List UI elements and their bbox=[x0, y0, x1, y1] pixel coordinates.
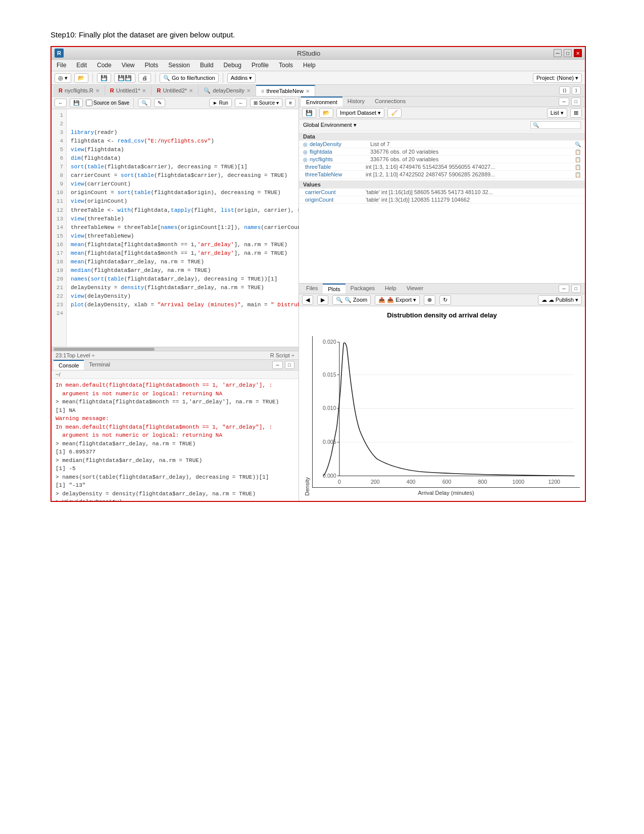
close-tab-threetablenew[interactable]: ✕ bbox=[306, 88, 310, 94]
close-tab-nycflights[interactable]: ✕ bbox=[95, 88, 100, 94]
menu-edit[interactable]: Edit bbox=[74, 61, 89, 70]
console-collapse-btn[interactable]: ─ bbox=[272, 361, 282, 369]
env-row-flightdata[interactable]: ◎ flightdata 336776 obs. of 20 variables… bbox=[299, 148, 585, 156]
format-btn[interactable]: ≡ bbox=[285, 99, 295, 107]
tab-terminal[interactable]: Terminal bbox=[84, 360, 115, 370]
env-row-nycflights[interactable]: ◎ nycflights 336776 obs. of 20 variables… bbox=[299, 156, 585, 163]
horizontal-scrollbar[interactable] bbox=[52, 347, 299, 351]
env-row-origincount[interactable]: originCount 'table' int [1:3(1d)] 120835… bbox=[299, 196, 585, 204]
tab-threetablenew[interactable]: ≡ threeTableNew ✕ bbox=[256, 85, 315, 96]
file-type: R Script ÷ bbox=[270, 352, 294, 358]
load-workspace-btn[interactable]: 📂 bbox=[319, 108, 333, 118]
next-plot-btn[interactable]: ▶ bbox=[317, 295, 328, 305]
console-output[interactable]: In mean.default(flightdata[flightdata$mo… bbox=[52, 379, 299, 501]
save-workspace-btn[interactable]: 💾 bbox=[302, 108, 316, 118]
menu-bar: File Edit Code View Plots Session Build … bbox=[52, 60, 585, 71]
menu-plots[interactable]: Plots bbox=[143, 61, 161, 70]
grid-view-btn[interactable]: ⊞ bbox=[570, 108, 582, 118]
menu-session[interactable]: Session bbox=[166, 61, 192, 70]
open-file-button[interactable]: 📂 bbox=[74, 73, 88, 83]
menu-code[interactable]: Code bbox=[95, 61, 114, 70]
tab-help[interactable]: Help bbox=[380, 284, 402, 294]
menu-profile[interactable]: Profile bbox=[250, 61, 271, 70]
console-line: argument is not numeric or logical: retu… bbox=[56, 390, 294, 398]
menu-tools[interactable]: Tools bbox=[277, 61, 295, 70]
import-dataset-btn[interactable]: Import Dataset ▾ bbox=[336, 108, 384, 118]
prev-plot-btn[interactable]: ◀ bbox=[302, 295, 313, 305]
close-button[interactable]: ✕ bbox=[574, 49, 582, 57]
env-expand-btn[interactable]: □ bbox=[571, 98, 581, 106]
goto-function-input[interactable]: 🔍 Go to file/function bbox=[160, 73, 219, 83]
refresh-btn[interactable]: ↻ bbox=[439, 295, 451, 305]
tab-connections[interactable]: Connections bbox=[370, 97, 411, 107]
svg-text:0: 0 bbox=[338, 479, 341, 485]
env-collapse-btn[interactable]: ─ bbox=[559, 98, 569, 106]
main-layout: ← 💾 Source on Save 🔍 ✎ ► Run ← ⊞ Source … bbox=[52, 97, 585, 501]
env-row-threetablenew[interactable]: threeTableNew int [1:2, 1:10] 47422502 2… bbox=[299, 171, 585, 178]
tab-viewer[interactable]: Viewer bbox=[402, 284, 428, 294]
clear-plots-btn[interactable]: ⊗ bbox=[424, 295, 435, 305]
tab-environment[interactable]: Environment bbox=[301, 97, 342, 107]
menu-build[interactable]: Build bbox=[198, 61, 216, 70]
global-env-selector[interactable]: Global Environment ▾ bbox=[299, 119, 585, 131]
plot-tabs-row: Files Plots Packages Help Viewer ─ □ bbox=[299, 284, 585, 294]
new-file-button[interactable]: ◎ ▾ bbox=[55, 73, 71, 83]
plots-collapse-btn[interactable]: ─ bbox=[559, 285, 569, 293]
tab-files[interactable]: Files bbox=[301, 284, 323, 294]
search-btn[interactable]: 🔍 bbox=[138, 99, 151, 107]
env-row-delaydensity[interactable]: ◎ delayDensity List of 7 🔍 bbox=[299, 141, 585, 148]
env-tabs-row: Environment History Connections ─ □ bbox=[299, 97, 585, 107]
collapse-tabs-btn[interactable]: ⟨⟩ bbox=[559, 86, 570, 95]
minimize-button[interactable]: ─ bbox=[554, 49, 562, 57]
expand-tabs-btn[interactable]: ⟩ bbox=[572, 86, 581, 95]
save-editor-btn[interactable]: 💾 bbox=[70, 99, 83, 107]
menu-help[interactable]: Help bbox=[301, 61, 318, 70]
console-line: In mean.default(flightdata[flightdata$mo… bbox=[56, 381, 294, 390]
tab-history[interactable]: History bbox=[342, 97, 370, 107]
data-section: Data ◎ delayDensity List of 7 🔍 ◎ flight… bbox=[299, 131, 585, 179]
list-view-btn[interactable]: List ▾ bbox=[547, 108, 567, 118]
menu-view[interactable]: View bbox=[120, 61, 137, 70]
tab-console[interactable]: Console bbox=[54, 360, 84, 370]
plots-expand-btn[interactable]: □ bbox=[571, 285, 581, 293]
values-section: Values carrierCount 'table' int [1:16(1d… bbox=[299, 179, 585, 205]
menu-debug[interactable]: Debug bbox=[222, 61, 243, 70]
save-all-button[interactable]: 💾💾 bbox=[114, 73, 135, 83]
export-btn[interactable]: 📤 📤 Export ▾ bbox=[375, 295, 420, 305]
left-panel: ← 💾 Source on Save 🔍 ✎ ► Run ← ⊞ Source … bbox=[52, 97, 299, 501]
menu-file[interactable]: File bbox=[55, 61, 68, 70]
zoom-btn[interactable]: 🔍 🔍 Zoom bbox=[332, 295, 371, 305]
export-icon: 📤 bbox=[378, 297, 385, 303]
code-editor[interactable]: 12345 678910 1112131415 1617181920 21222… bbox=[52, 109, 299, 347]
svg-text:800: 800 bbox=[478, 479, 487, 485]
publish-btn[interactable]: ☁ ☁ Publish ▾ bbox=[538, 295, 582, 305]
source-on-save-checkbox[interactable] bbox=[86, 100, 92, 106]
source-btn[interactable]: ⊞ Source ▾ bbox=[250, 99, 282, 107]
tab-packages[interactable]: Packages bbox=[345, 284, 380, 294]
tab-nycflights[interactable]: R nycflights.R ✕ bbox=[54, 85, 105, 96]
close-tab-delaydensity[interactable]: ✕ bbox=[246, 88, 251, 94]
console-expand-btn[interactable]: □ bbox=[285, 361, 294, 369]
env-row-threetable[interactable]: threeTable int [1:3, 1:16] 4749476 51542… bbox=[299, 163, 585, 171]
nav-prev-btn[interactable]: ← bbox=[235, 99, 247, 107]
env-search-input[interactable] bbox=[530, 121, 581, 129]
console-line: > mean(flightdata$arr_delay, na.rm = TRU… bbox=[56, 440, 294, 448]
tab-delaydensity[interactable]: 🔍 delayDensity ✕ bbox=[199, 85, 256, 96]
tab-untitled2[interactable]: R Untitled2* ✕ bbox=[152, 85, 199, 96]
save-button[interactable]: 💾 bbox=[97, 73, 111, 83]
project-button[interactable]: Project: (None) ▾ bbox=[533, 73, 582, 83]
addins-button[interactable]: Addins ▾ bbox=[227, 73, 256, 83]
data-header: Data bbox=[299, 132, 585, 141]
env-row-carriercount[interactable]: carrierCount 'table' int [1:16(1d)] 5860… bbox=[299, 189, 585, 196]
back-history-btn[interactable]: ← bbox=[55, 99, 67, 107]
maximize-button[interactable]: □ bbox=[564, 49, 572, 57]
close-tab-untitled2[interactable]: ✕ bbox=[189, 88, 193, 94]
run-btn[interactable]: ► Run bbox=[209, 99, 232, 107]
clear-workspace-btn[interactable]: 🧹 bbox=[387, 108, 402, 118]
replace-btn[interactable]: ✎ bbox=[154, 99, 165, 107]
console-line: > mean(flightdata[flightdata$month == 1,… bbox=[56, 398, 294, 406]
close-tab-untitled1[interactable]: ✕ bbox=[142, 88, 146, 94]
tab-plots[interactable]: Plots bbox=[323, 284, 345, 294]
tab-untitled1[interactable]: R Untitled1* ✕ bbox=[105, 85, 152, 96]
print-button[interactable]: 🖨 bbox=[138, 73, 151, 82]
